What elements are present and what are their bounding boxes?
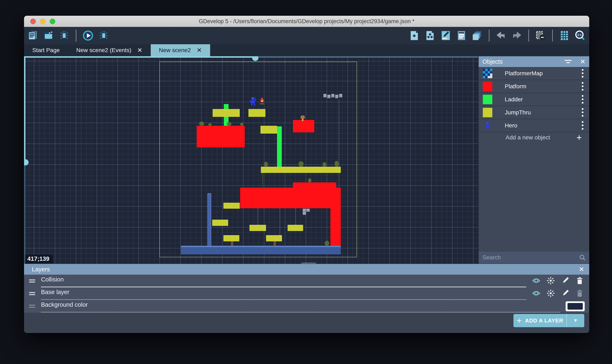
chevron-down-icon: ▼ — [573, 318, 578, 323]
brick-decor — [327, 95, 330, 98]
hero-object[interactable] — [249, 97, 257, 106]
brick-decor — [306, 209, 310, 211]
object-groups-icon[interactable] — [424, 30, 436, 41]
grid-icon[interactable] — [558, 30, 570, 41]
platform-object[interactable] — [293, 120, 314, 132]
object-row-hero[interactable]: Hero••• — [479, 119, 589, 132]
close-layers-panel-icon[interactable]: ✕ — [579, 266, 584, 273]
debugger-icon[interactable] — [58, 30, 70, 41]
object-menu-icon[interactable]: ••• — [579, 107, 586, 118]
zoom-1-1-icon[interactable]: 1:1 — [574, 30, 586, 41]
svg-text:1:1: 1:1 — [577, 33, 582, 36]
background-color-swatch[interactable] — [566, 301, 585, 311]
platform-object[interactable] — [197, 126, 245, 147]
object-thumbnail — [483, 69, 492, 78]
platform-object[interactable] — [330, 208, 341, 246]
scene-properties-icon[interactable] — [456, 30, 467, 41]
tab-new-scene2-events-[interactable]: New scene2 (Events)✕ — [68, 44, 150, 56]
jumpthru-object[interactable] — [223, 203, 240, 209]
objects-list-icon[interactable] — [408, 30, 420, 41]
layer-visibility-icon[interactable] — [532, 276, 540, 286]
minimize-window-button[interactable] — [40, 19, 46, 24]
layer-edit-icon[interactable] — [561, 276, 569, 286]
horizontal-scrollbar[interactable] — [24, 56, 478, 58]
edit-scene-icon[interactable] — [440, 30, 451, 41]
close-tab-icon[interactable]: ✕ — [137, 47, 142, 53]
main-area: 417;139 Objects ✕ PlatformerMap•••Platfo… — [24, 56, 589, 264]
layers-panel-footer: + ADD A LAYER ▼ — [24, 313, 589, 333]
close-window-button[interactable] — [30, 19, 36, 24]
drag-handle-icon[interactable] — [29, 292, 35, 296]
toolbar-separator — [76, 30, 76, 41]
jumpthru-object[interactable] — [287, 225, 303, 231]
toolbar-right-group: 1:1 — [408, 27, 586, 44]
layer-edit-icon[interactable] — [561, 289, 569, 298]
object-search[interactable] — [479, 252, 589, 263]
tab-start-page[interactable]: Start Page — [24, 44, 68, 56]
jumpthru-object[interactable] — [261, 167, 341, 173]
close-tab-icon[interactable]: ✕ — [197, 47, 202, 53]
debug-preview-icon[interactable] — [98, 30, 109, 41]
drag-handle-icon[interactable] — [29, 279, 35, 283]
horizontal-scrollbar-thumb[interactable] — [252, 56, 258, 61]
object-row-jumpthru[interactable]: JumpThru••• — [479, 106, 589, 119]
object-menu-icon[interactable]: ••• — [579, 81, 586, 92]
layer-name: Collision — [41, 276, 64, 285]
scene-canvas[interactable]: 417;139 — [24, 56, 478, 264]
object-menu-icon[interactable]: ••• — [579, 120, 586, 131]
drag-handle-icon[interactable] — [29, 304, 35, 308]
object-name: Hero — [505, 122, 579, 129]
platform-object[interactable] — [240, 188, 341, 208]
object-row-ladder[interactable]: Ladder••• — [479, 93, 589, 106]
play-preview-icon[interactable] — [82, 30, 94, 41]
tab-new-scene2[interactable]: New scene2✕ — [151, 44, 210, 56]
floor-object[interactable] — [181, 246, 341, 254]
jumpthru-object[interactable] — [223, 235, 239, 241]
layers-icon[interactable] — [471, 30, 483, 41]
brick-decor — [303, 212, 306, 214]
project-manager-icon[interactable] — [27, 30, 39, 41]
window-titlebar[interactable]: GDevelop 5 - /Users/florian/Documents/GD… — [24, 16, 589, 27]
grass-decor — [199, 122, 204, 126]
toolbar-left-group — [27, 27, 109, 44]
grass-decor — [208, 123, 212, 126]
layer-effects-icon[interactable] — [546, 276, 555, 286]
plus-icon: + — [517, 316, 522, 325]
object-name: Ladder — [505, 96, 579, 103]
zoom-window-button[interactable] — [50, 19, 55, 24]
layer-name-field[interactable]: Base layer — [41, 287, 526, 300]
jumpthru-object[interactable] — [212, 220, 228, 226]
object-menu-icon[interactable]: ••• — [579, 68, 586, 78]
vertical-scrollbar-thumb[interactable] — [24, 159, 28, 166]
redo-icon[interactable] — [511, 30, 523, 41]
lamp-post — [208, 194, 211, 246]
vertical-scrollbar[interactable] — [24, 56, 26, 264]
jumpthru-object[interactable] — [213, 109, 240, 117]
object-thumbnail — [483, 121, 492, 130]
toolbar-separator — [489, 30, 490, 41]
jumpthru-object[interactable] — [249, 225, 266, 231]
object-menu-icon[interactable]: ••• — [579, 94, 586, 105]
jumpthru-object[interactable] — [248, 109, 265, 117]
filter-icon[interactable] — [565, 60, 572, 64]
object-row-platformermap[interactable]: PlatformerMap••• — [479, 67, 589, 80]
object-row-platform[interactable]: Platform••• — [479, 80, 589, 93]
add-object-row[interactable]: Add a new object + — [479, 132, 589, 143]
scene-window-icon[interactable] — [43, 30, 54, 41]
undo-icon[interactable] — [495, 30, 507, 41]
layer-name-field[interactable]: Background color — [41, 300, 560, 312]
jumpthru-object[interactable] — [266, 235, 282, 241]
add-layer-dropdown[interactable]: ▼ — [566, 314, 584, 327]
layer-delete-icon[interactable] — [576, 276, 584, 286]
mask-icon[interactable] — [535, 30, 546, 41]
layer-delete-icon[interactable] — [576, 289, 584, 298]
ladder-object[interactable] — [277, 126, 282, 167]
layer-visibility-icon[interactable] — [532, 289, 540, 298]
object-search-input[interactable] — [482, 254, 579, 261]
close-objects-panel-icon[interactable]: ✕ — [580, 58, 585, 65]
platform-object[interactable] — [293, 182, 336, 188]
layer-name-field[interactable]: Collision — [41, 275, 526, 287]
layer-effects-icon[interactable] — [546, 289, 555, 298]
add-layer-button[interactable]: + ADD A LAYER ▼ — [514, 314, 584, 327]
jumpthru-object[interactable] — [260, 126, 277, 134]
